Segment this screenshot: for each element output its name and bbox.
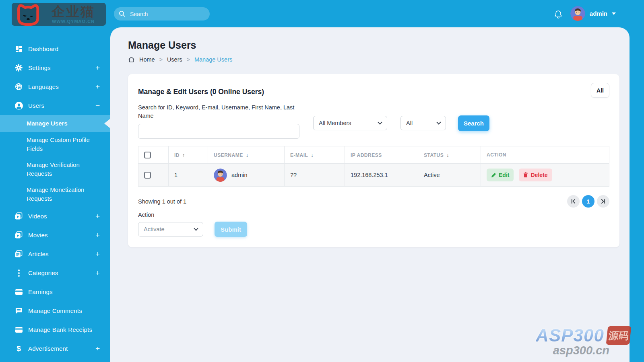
breadcrumb-separator: >: [159, 56, 163, 63]
credit-card-icon: [14, 288, 23, 296]
chevron-down-icon: [436, 120, 441, 124]
sidebar-subitem-manage-users[interactable]: Manage Users: [0, 115, 110, 132]
search-button[interactable]: Search: [458, 115, 489, 131]
members-filter-select[interactable]: All Members: [313, 116, 387, 130]
topbar-search-input[interactable]: [129, 10, 205, 18]
sidebar-item-users[interactable]: Users −: [0, 96, 110, 115]
sidebar-item-manage-bank-receipts[interactable]: Manage Bank Receipts: [0, 320, 110, 339]
sidebar-subitem-manage-monetization-requests[interactable]: Manage Monetization Requests: [0, 182, 110, 207]
breadcrumb-home[interactable]: Home: [139, 56, 155, 63]
comment-icon: [14, 306, 23, 315]
column-status[interactable]: STATUS↓: [418, 146, 481, 164]
bulk-action-select[interactable]: Activate: [138, 222, 203, 237]
brand-logo[interactable]: 企业猫 WWW.QYMAO.CN: [12, 3, 106, 26]
user-menu[interactable]: admin: [570, 6, 616, 21]
plus-icon[interactable]: +: [95, 344, 100, 353]
topbar-search[interactable]: [114, 7, 210, 21]
sidebar-subitem-manage-custom-profile-fields[interactable]: Manage Custom Profile Fields: [0, 132, 110, 157]
table-row: 1: [138, 164, 609, 187]
cell-ip-address: 192.168.253.1: [345, 164, 418, 187]
ellipsis-vertical-icon: [14, 269, 23, 277]
manage-users-card: Manage & Edit Users (0 Online Users) All…: [128, 74, 619, 247]
edit-button[interactable]: Edit: [487, 169, 514, 181]
brand-name: 企业猫: [52, 5, 95, 19]
row-checkbox[interactable]: [144, 172, 151, 179]
topbar: 企业猫 WWW.QYMAO.CN: [0, 0, 644, 27]
content-panel: Manage Users Home > Users > Manage Users…: [110, 27, 630, 362]
status-filter-select[interactable]: All: [400, 116, 446, 130]
sidebar-item-advertisement[interactable]: $ Advertisement +: [0, 339, 110, 358]
username-label: admin: [590, 10, 607, 17]
minus-icon[interactable]: −: [95, 101, 100, 110]
sort-desc-icon: ↓: [311, 152, 314, 158]
plus-icon[interactable]: +: [95, 250, 100, 259]
page-1-button[interactable]: 1: [582, 195, 594, 208]
chevron-down-icon: [378, 120, 382, 124]
sidebar-item-articles[interactable]: Articles +: [0, 245, 110, 263]
search-field-label: Search for ID, Keyword, E-mail, Username…: [138, 103, 299, 120]
breadcrumb: Home > Users > Manage Users: [128, 56, 630, 63]
breadcrumb-current: Manage Users: [194, 56, 232, 63]
cell-status: Active: [418, 164, 481, 187]
movie-collection-icon: [14, 231, 23, 239]
user-search-input[interactable]: [138, 124, 299, 139]
table-header-row: ID↑ USERNAME↓ E-MAIL↓ IP ADDRESS STATUS↓: [138, 146, 609, 164]
submit-button[interactable]: Submit: [215, 222, 247, 237]
credit-card-icon: [14, 325, 23, 334]
chevron-down-icon: [612, 12, 616, 15]
brand-url: WWW.QYMAO.CN: [52, 19, 95, 24]
column-email[interactable]: E-MAIL↓: [285, 146, 345, 164]
cell-action: Edit Delete: [481, 164, 609, 187]
last-page-button[interactable]: [597, 195, 609, 208]
page-title: Manage Users: [128, 39, 630, 51]
notifications-bell-icon[interactable]: [554, 10, 562, 21]
column-ip-address[interactable]: IP ADDRESS: [345, 146, 418, 164]
plus-icon[interactable]: +: [95, 82, 100, 91]
sort-asc-icon: ↑: [182, 152, 185, 158]
column-username[interactable]: USERNAME↓: [208, 146, 285, 164]
avatar: [214, 169, 227, 182]
card-title: Manage & Edit Users (0 Online Users): [138, 83, 264, 96]
dollar-icon: $: [14, 344, 23, 353]
sidebar-item-dashboard[interactable]: Dashboard: [0, 39, 110, 58]
sidebar-item-settings[interactable]: Settings +: [0, 58, 110, 77]
pagination: 1: [567, 195, 609, 208]
sidebar-subitem-manage-verification-requests[interactable]: Manage Verification Requests: [0, 157, 110, 182]
plus-icon[interactable]: +: [95, 231, 100, 240]
sidebar-item-categories[interactable]: Categories +: [0, 263, 110, 282]
users-table: ID↑ USERNAME↓ E-MAIL↓ IP ADDRESS STATUS↓: [138, 146, 609, 187]
sidebar-item-languages[interactable]: Languages +: [0, 77, 110, 96]
first-page-button[interactable]: [567, 195, 580, 208]
user-icon: [14, 101, 23, 110]
sidebar-item-earnings[interactable]: Earnings: [0, 282, 110, 301]
sidebar-item-manage-comments[interactable]: Manage Comments: [0, 301, 110, 320]
cell-id: 1: [169, 164, 208, 187]
select-all-checkbox[interactable]: [144, 152, 151, 158]
articles-icon: [14, 250, 23, 258]
column-action: ACTION: [481, 146, 609, 164]
sort-desc-icon: ↓: [446, 152, 449, 158]
plus-icon[interactable]: +: [95, 64, 100, 72]
plus-icon[interactable]: +: [95, 269, 100, 278]
plus-icon[interactable]: +: [95, 212, 100, 221]
sidebar-item-videos[interactable]: Videos +: [0, 207, 110, 226]
showing-count-text: Showing 1 out of 1: [138, 198, 186, 205]
dashboard-icon: [14, 45, 23, 53]
trash-icon: [523, 172, 528, 178]
gear-icon: [14, 64, 23, 72]
breadcrumb-users[interactable]: Users: [167, 56, 182, 63]
sidebar: Dashboard Settings +: [0, 27, 110, 362]
all-filter-button[interactable]: All: [591, 83, 609, 98]
action-label: Action: [138, 212, 609, 218]
sort-desc-icon: ↓: [246, 152, 249, 158]
cell-email: ??: [285, 164, 345, 187]
sidebar-item-movies[interactable]: Movies +: [0, 226, 110, 245]
column-id[interactable]: ID↑: [169, 146, 208, 164]
avatar: [570, 6, 585, 21]
chevron-down-icon: [194, 226, 198, 230]
delete-button[interactable]: Delete: [519, 169, 552, 181]
breadcrumb-separator: >: [187, 56, 190, 63]
globe-icon: [14, 82, 23, 91]
cell-username: admin: [208, 164, 285, 187]
pencil-icon: [491, 173, 496, 178]
